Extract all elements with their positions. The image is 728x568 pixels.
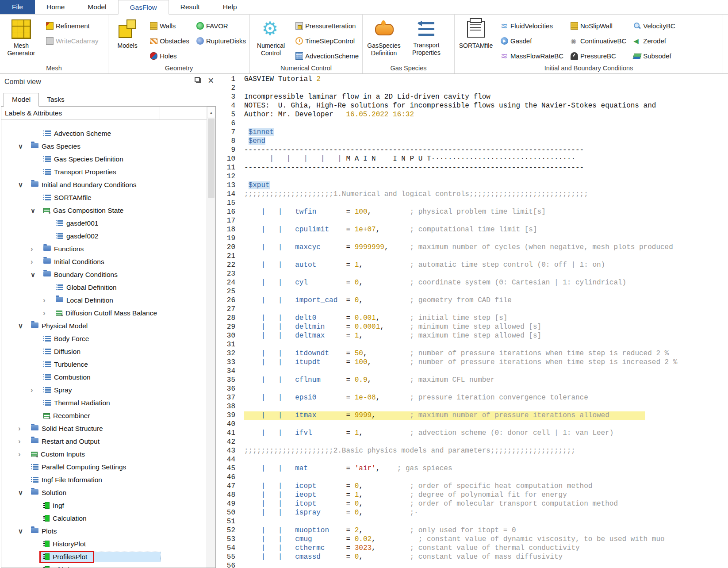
tree-item-spray[interactable]: ›Spray bbox=[1, 384, 215, 396]
tree-item-initial-and-boundary-conditions[interactable]: ∨Initial and Boundary Conditions bbox=[1, 178, 215, 191]
tree-item-diffusion-cutoff-mass-balance[interactable]: ›Diffusion Cutoff Mass Balance bbox=[1, 307, 215, 319]
ribbon-button-advectionscheme[interactable]: AdvectionScheme bbox=[292, 48, 362, 63]
tree-item-gas-species[interactable]: ∨Gas Species bbox=[1, 140, 215, 153]
tree-item-functions[interactable]: ›Functions bbox=[1, 242, 215, 255]
tree-item-box[interactable]: Ingf File Information bbox=[29, 475, 104, 485]
ribbon-button-models[interactable]: Models bbox=[108, 16, 146, 50]
ribbon-button-gasspecies-definition[interactable]: GasSpeciesDefinition bbox=[363, 16, 405, 57]
tree-item-box[interactable]: Diffusion Cutoff Mass Balance bbox=[54, 308, 159, 318]
tree-item-ingf[interactable]: Ingf bbox=[1, 499, 215, 512]
chevron-down-icon[interactable]: ∨ bbox=[30, 271, 41, 279]
tree-item-diffusion[interactable]: Diffusion bbox=[1, 345, 215, 358]
menu-tab-file[interactable]: File bbox=[0, 0, 35, 14]
tree-item-box[interactable]: Thermal Radiation bbox=[41, 398, 112, 408]
tree-item-solution[interactable]: ∨Solution bbox=[1, 486, 215, 499]
tree-item-box[interactable]: Local Definition bbox=[54, 296, 115, 305]
menu-tab-help[interactable]: Help bbox=[211, 0, 249, 14]
tree-item-local-definition[interactable]: ›Local Definition bbox=[1, 294, 215, 307]
tree-item-global-definition[interactable]: Global Definition bbox=[1, 281, 215, 294]
ribbon-button-pressurebc[interactable]: PressureBC bbox=[567, 48, 630, 63]
tree-item-solid-heat-structure[interactable]: ›Solid Heat Structure bbox=[1, 422, 215, 435]
tree-item-restart-and-output[interactable]: ›Restart and Output bbox=[1, 435, 215, 448]
chevron-down-icon[interactable]: ∨ bbox=[17, 142, 29, 150]
tree-item-box[interactable]: CfdPlot bbox=[41, 565, 77, 568]
close-panel-icon[interactable]: × bbox=[208, 75, 214, 86]
tree-item-box[interactable]: Functions bbox=[41, 244, 86, 254]
ribbon-button-favor[interactable]: FAVOR bbox=[193, 18, 249, 33]
tree-item-combustion[interactable]: Combustion bbox=[1, 371, 215, 384]
float-panel-icon[interactable] bbox=[196, 78, 201, 83]
tree-item-box[interactable]: Body Force bbox=[41, 334, 91, 344]
tree-item-box[interactable]: Advection Scheme bbox=[41, 129, 113, 138]
tree-item-box[interactable]: Recombiner bbox=[41, 411, 92, 421]
ribbon-button-walls[interactable]: Walls bbox=[146, 18, 193, 33]
tree-item-transport-properties[interactable]: Transport Properties bbox=[1, 165, 215, 178]
ribbon-button-holes[interactable]: Holes bbox=[146, 48, 193, 63]
tree-item-box[interactable]: Transport Properties bbox=[41, 167, 119, 177]
tree-item-box[interactable]: Solution bbox=[29, 488, 69, 498]
chevron-right-icon[interactable]: › bbox=[42, 296, 54, 305]
ribbon-button-massflowratebc[interactable]: MassFlowRateBC bbox=[497, 48, 567, 63]
tree-item-box[interactable]: Plots bbox=[29, 526, 59, 536]
chevron-right-icon[interactable]: › bbox=[30, 386, 41, 395]
tree-item-box[interactable]: Turbulence bbox=[41, 360, 90, 369]
tree-item-box[interactable]: Diffusion bbox=[41, 347, 83, 357]
ribbon-button-zerodef[interactable]: Zerodef bbox=[630, 33, 679, 48]
tree-item-gas-species-definition[interactable]: Gas Species Definition bbox=[1, 153, 215, 165]
tree-item-box[interactable]: Restart and Output bbox=[29, 437, 102, 446]
chevron-down-icon[interactable]: ∨ bbox=[17, 527, 29, 535]
ribbon-button-velocitybc[interactable]: VelocityBC bbox=[630, 18, 679, 33]
tree-item-box[interactable]: Spray bbox=[41, 385, 74, 395]
scroll-up-icon[interactable]: ▲ bbox=[207, 107, 215, 118]
ribbon-button-obstacles[interactable]: Obstacles bbox=[146, 33, 193, 48]
chevron-right-icon[interactable]: › bbox=[17, 450, 29, 459]
menu-tab-result[interactable]: Result bbox=[169, 0, 211, 14]
menu-tab-home[interactable]: Home bbox=[35, 0, 76, 14]
panel-tab-tasks[interactable]: Tasks bbox=[39, 93, 73, 106]
ribbon-button-sortamfile[interactable]: SORTAMfile bbox=[455, 16, 497, 50]
tree-item-box[interactable]: Gas Species bbox=[29, 142, 83, 151]
tree-item-box[interactable]: Combustion bbox=[41, 372, 93, 382]
chevron-right-icon[interactable]: › bbox=[17, 437, 29, 446]
tree-item-box[interactable]: Calculation bbox=[41, 514, 89, 523]
tree-item-profilesplot[interactable]: ProfilesPlot bbox=[1, 550, 215, 563]
tree-item-box[interactable]: Ingf bbox=[41, 501, 66, 510]
tree-item-plots[interactable]: ∨Plots bbox=[1, 525, 215, 537]
ribbon-button-transport-properties[interactable]: TransportProperties bbox=[405, 16, 448, 57]
tree-item-box[interactable]: HistoryPlot bbox=[41, 539, 88, 549]
tree-item-box[interactable]: SORTAMfile bbox=[41, 193, 94, 203]
tree-item-body-force[interactable]: Body Force bbox=[1, 332, 215, 345]
chevron-down-icon[interactable]: ∨ bbox=[17, 489, 29, 497]
chevron-right-icon[interactable]: › bbox=[30, 245, 41, 253]
menu-tab-model[interactable]: Model bbox=[76, 0, 118, 14]
tree-item-gasdef002[interactable]: gasdef002 bbox=[1, 230, 215, 242]
ribbon-button-mesh-generator[interactable]: MeshGenerator bbox=[0, 16, 42, 57]
tree-item-box[interactable]: Global Definition bbox=[54, 283, 119, 292]
tree-item-box[interactable]: Initial Conditions bbox=[41, 257, 107, 267]
chevron-down-icon[interactable]: ∨ bbox=[17, 181, 29, 189]
tree-item-custom-inputs[interactable]: ›Custom Inputs bbox=[1, 448, 215, 461]
ribbon-button-fluidvelocities[interactable]: FluidVelocities bbox=[497, 18, 567, 33]
menu-tab-gasflow[interactable]: GasFlow bbox=[118, 0, 169, 15]
panel-tab-model[interactable]: Model bbox=[4, 93, 39, 107]
tree-item-ingf-file-information[interactable]: Ingf File Information bbox=[1, 473, 215, 486]
tree-item-box[interactable]: gasdef001 bbox=[54, 219, 100, 228]
code-editor[interactable]: 1GASVIEW Tutorial 223Incompressible lami… bbox=[218, 74, 728, 568]
tree-item-parallel-computing-settings[interactable]: Parallel Computing Settings bbox=[1, 461, 215, 473]
tree-item-initial-conditions[interactable]: ›Initial Conditions bbox=[1, 255, 215, 268]
ribbon-button-noslipwall[interactable]: NoSlipWall bbox=[567, 18, 630, 33]
ribbon-button-gasdef[interactable]: Gasdef bbox=[497, 33, 567, 48]
ribbon-button-continuativebc[interactable]: ContinuativeBC bbox=[567, 33, 630, 48]
ribbon-button-numerical-control[interactable]: NumericalControl bbox=[250, 16, 292, 57]
tree-item-boundary-conditions[interactable]: ∨Boundary Conditions bbox=[1, 268, 215, 281]
ribbon-button-pressureiteration[interactable]: PressureIteration bbox=[292, 18, 362, 33]
chevron-right-icon[interactable]: › bbox=[30, 257, 41, 266]
ribbon-button-timestepcontrol[interactable]: TimeStepControl bbox=[292, 33, 362, 48]
tree-item-sortamfile[interactable]: SORTAMfile bbox=[1, 191, 215, 204]
ribbon-button-rupturedisks[interactable]: RuptureDisks bbox=[193, 33, 249, 48]
tree-item-box[interactable]: Boundary Conditions bbox=[41, 270, 120, 280]
tree-item-historyplot[interactable]: HistoryPlot bbox=[1, 537, 215, 550]
tree-item-box[interactable]: Initial and Boundary Conditions bbox=[29, 180, 139, 190]
chevron-down-icon[interactable]: ∨ bbox=[17, 322, 29, 330]
tree-item-box[interactable]: Physical Model bbox=[29, 321, 90, 331]
